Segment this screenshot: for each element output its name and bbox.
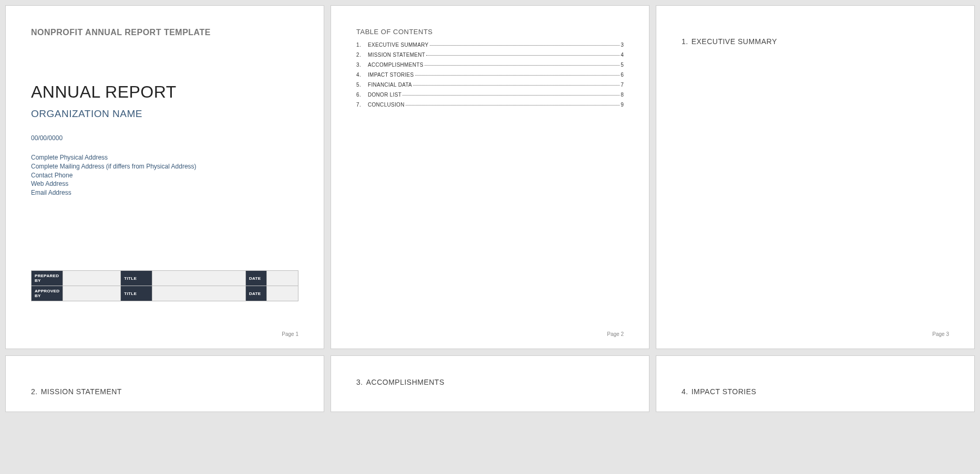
approved-by-label: APPROVED BY	[32, 286, 63, 301]
section-number: 3.	[356, 378, 363, 386]
section-heading: 3.ACCOMPLISHMENTS	[356, 378, 624, 386]
toc-item-label: DONOR LIST	[368, 92, 401, 98]
toc-leader-dots	[425, 65, 620, 66]
toc-leader-dots	[415, 75, 620, 76]
pages-grid: NONPROFIT ANNUAL REPORT TEMPLATE ANNUAL …	[5, 5, 975, 412]
page-6: 4.IMPACT STORIES	[656, 355, 975, 412]
section-number: 4.	[682, 387, 688, 396]
toc-item: EXECUTIVE SUMMARY3	[356, 40, 624, 50]
title-label: TITLE	[121, 271, 152, 286]
toc-title: TABLE OF CONTENTS	[356, 28, 624, 36]
section-number: 1.	[682, 37, 688, 46]
address-line: Complete Physical Address	[31, 153, 298, 162]
page-4: 2.MISSION STATEMENT	[5, 355, 324, 412]
toc-item-page: 3	[621, 42, 624, 48]
page-number: Page 1	[282, 331, 298, 337]
toc-leader-dots	[426, 55, 620, 56]
date-label: DATE	[246, 286, 267, 301]
toc-list: EXECUTIVE SUMMARY3 MISSION STATEMENT4 AC…	[356, 40, 624, 110]
toc-item: DONOR LIST8	[356, 90, 624, 100]
page-2: TABLE OF CONTENTS EXECUTIVE SUMMARY3 MIS…	[331, 5, 649, 349]
toc-item: MISSION STATEMENT4	[356, 50, 624, 60]
toc-item-page: 8	[621, 92, 624, 98]
toc-item-page: 6	[621, 72, 624, 78]
section-heading: 2.MISSION STATEMENT	[31, 387, 298, 396]
toc-leader-dots	[406, 105, 620, 106]
toc-item-page: 7	[621, 82, 624, 88]
date-value	[267, 271, 298, 286]
approved-by-value	[63, 286, 121, 301]
section-title: ACCOMPLISHMENTS	[366, 378, 445, 386]
address-line: Contact Phone	[31, 171, 298, 180]
toc-leader-dots	[413, 85, 620, 86]
toc-item: ACCOMPLISHMENTS5	[356, 60, 624, 70]
toc-item-label: MISSION STATEMENT	[368, 52, 425, 58]
prepared-by-value	[63, 271, 121, 286]
section-title: MISSION STATEMENT	[41, 387, 122, 396]
toc-item: FINANCIAL DATA7	[356, 80, 624, 90]
approval-table: PREPARED BY TITLE DATE APPROVED BY TITLE…	[31, 270, 298, 301]
address-line: Web Address	[31, 180, 298, 188]
toc-leader-dots	[403, 95, 620, 96]
table-row: APPROVED BY TITLE DATE	[32, 286, 298, 301]
title-label: TITLE	[121, 286, 152, 301]
address-line: Email Address	[31, 188, 298, 197]
template-header: NONPROFIT ANNUAL REPORT TEMPLATE	[31, 28, 298, 37]
page-3: 1.EXECUTIVE SUMMARY Page 3	[656, 5, 975, 349]
toc-item-label: FINANCIAL DATA	[368, 82, 412, 88]
section-heading: 4.IMPACT STORIES	[682, 387, 949, 396]
title-value	[152, 271, 246, 286]
report-date: 00/00/0000	[31, 134, 298, 142]
table-row: PREPARED BY TITLE DATE	[32, 271, 298, 286]
toc-item-page: 9	[621, 102, 624, 108]
toc-item-label: IMPACT STORIES	[368, 72, 414, 78]
section-number: 2.	[31, 387, 38, 396]
address-block: Complete Physical Address Complete Maili…	[31, 153, 298, 197]
toc-item-label: ACCOMPLISHMENTS	[368, 62, 424, 68]
report-title: ANNUAL REPORT	[31, 82, 298, 102]
page-1: NONPROFIT ANNUAL REPORT TEMPLATE ANNUAL …	[5, 5, 324, 349]
toc-leader-dots	[430, 45, 620, 46]
title-value	[152, 286, 246, 301]
toc-item-label: EXECUTIVE SUMMARY	[368, 42, 429, 48]
date-label: DATE	[246, 271, 267, 286]
prepared-by-label: PREPARED BY	[32, 271, 63, 286]
organization-name: ORGANIZATION NAME	[31, 108, 298, 120]
page-5: 3.ACCOMPLISHMENTS	[331, 355, 649, 412]
section-title: EXECUTIVE SUMMARY	[692, 37, 777, 46]
address-line: Complete Mailing Address (if differs fro…	[31, 162, 298, 171]
section-title: IMPACT STORIES	[692, 387, 757, 396]
toc-item: IMPACT STORIES6	[356, 70, 624, 80]
page-number: Page 2	[607, 331, 624, 337]
date-value	[267, 286, 298, 301]
toc-item: CONCLUSION9	[356, 100, 624, 110]
page-number: Page 3	[932, 331, 949, 337]
section-heading: 1.EXECUTIVE SUMMARY	[682, 37, 949, 46]
toc-item-page: 4	[621, 52, 624, 58]
toc-item-label: CONCLUSION	[368, 102, 405, 108]
toc-item-page: 5	[621, 62, 624, 68]
